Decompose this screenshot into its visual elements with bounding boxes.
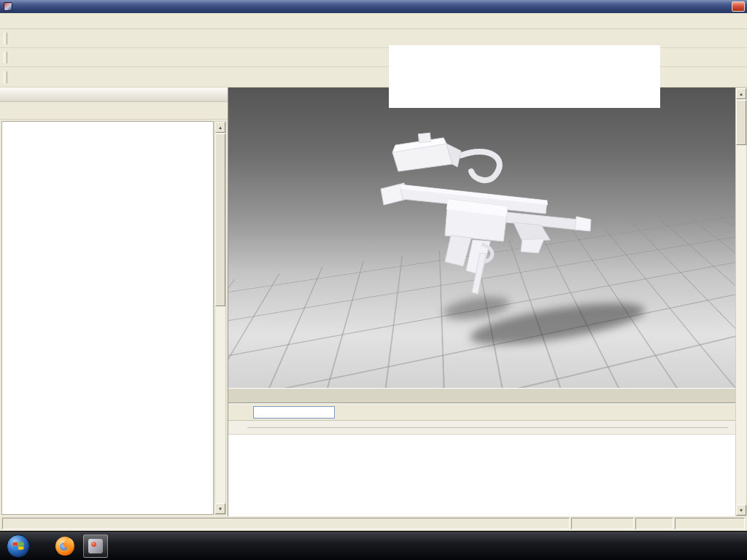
panel-close-button[interactable] [213,90,225,100]
status-bar [0,516,747,531]
status-message [2,518,570,529]
taskbar [0,531,747,560]
folder-tree [1,121,214,515]
right-scrollbar[interactable]: ▲ ▼ [735,88,747,516]
scroll-up-icon[interactable]: ▲ [736,88,746,99]
gun-model[interactable] [371,128,611,317]
firefox-icon [55,537,74,556]
panel-collapse-button[interactable] [201,90,213,100]
scroll-down-icon[interactable]: ▼ [736,505,746,516]
asset-browser-panel [228,388,735,516]
folders-panel: ▲ ▼ [0,88,228,516]
scrollbar-thumb[interactable] [736,100,746,145]
folders-scrollbar[interactable]: ▲ ▼ [214,121,226,515]
group-divider [247,427,728,428]
firefox-taskbar-button[interactable] [53,534,77,558]
viewport-3d[interactable] [228,88,735,388]
start-button[interactable] [6,534,31,559]
app-icon [4,2,12,11]
folders-panel-header [0,88,228,102]
search-input[interactable] [253,406,335,419]
file-group-header [228,421,735,434]
deep-exploration-icon [88,539,103,553]
status-alerts [635,518,673,529]
title-bar [0,0,747,13]
file-list [228,434,735,516]
scroll-up-icon[interactable]: ▲ [215,122,225,133]
scrollbar-thumb[interactable] [215,133,225,306]
folders-panel-toolbar [0,102,228,120]
asset-tabs [228,388,735,403]
close-button[interactable] [732,1,745,12]
deep-exploration-taskbar-button[interactable] [83,534,108,558]
asset-toolbar [228,403,735,421]
right-area [228,88,735,516]
scroll-down-icon[interactable]: ▼ [215,503,225,514]
deep-exploration-window: ▲ ▼ [0,0,747,560]
renderer-cell [675,518,745,529]
annotation-overlay [389,45,660,108]
fps-counter [571,518,634,529]
menu-bar [0,13,747,29]
